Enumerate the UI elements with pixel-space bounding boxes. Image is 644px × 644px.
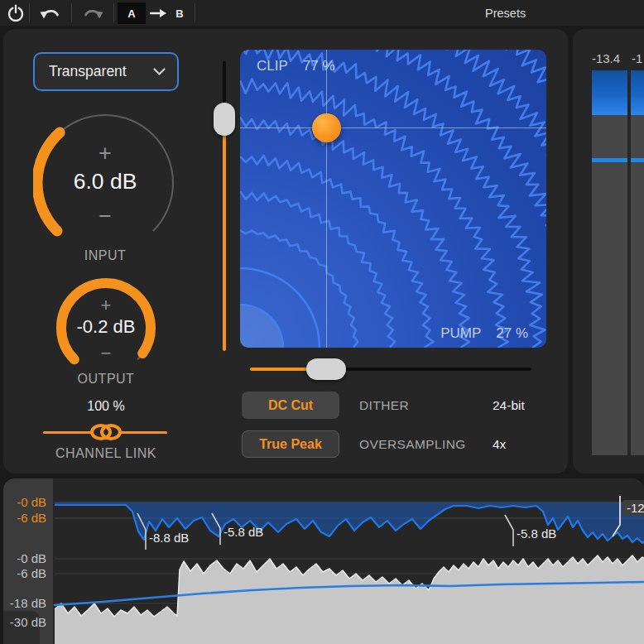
power-button[interactable] <box>3 0 28 26</box>
meter-value-right: -1 <box>629 51 644 65</box>
power-icon <box>6 3 26 23</box>
out-scale-18: -18 dB <box>3 596 46 611</box>
gr-annotation: -5.8 dB <box>223 525 263 539</box>
waveform-display <box>3 478 644 644</box>
toolbar-divider <box>195 3 195 22</box>
out-scale-0: -0 dB <box>3 551 46 566</box>
input-knob-label: INPUT <box>33 248 177 263</box>
meter-bar-right-fill <box>631 70 644 115</box>
true-peak-button[interactable]: True Peak <box>242 430 339 458</box>
input-decrement[interactable]: − <box>33 204 177 229</box>
gr-annotation: -5.8 dB <box>517 526 556 541</box>
dc-cut-label: DC Cut <box>268 398 313 413</box>
input-knob-value: 6.0 dB <box>33 169 177 195</box>
dc-cut-button[interactable]: DC Cut <box>242 392 339 419</box>
crosshair-vertical <box>326 50 327 348</box>
crosshair-horizontal <box>240 127 546 128</box>
clip-pump-xy-pad[interactable]: CLIP 77 % PUMP 27 % <box>240 50 546 348</box>
chevron-down-icon <box>153 68 166 75</box>
meter-bar-left-fill <box>592 70 627 115</box>
presets-label: Presets <box>485 7 526 20</box>
output-knob[interactable]: + -0.2 dB − <box>55 276 157 379</box>
meter-bar-left <box>592 70 627 455</box>
dither-value[interactable]: 24-bit <box>493 398 525 413</box>
gr-annotation: -8.8 dB <box>149 531 189 545</box>
toolbar-divider <box>29 3 30 22</box>
gr-scale-6: -6 dB <box>3 511 46 526</box>
undo-button[interactable] <box>38 0 63 26</box>
toolbar: A B Presets <box>0 0 644 26</box>
out-scale-6: -6 dB <box>3 566 46 581</box>
pump-label: PUMP <box>440 325 481 342</box>
clip-readout: CLIP 77 % <box>257 58 335 74</box>
history-display: -0 dB -6 dB -0 dB -6 dB -18 dB -30 dB -8… <box>3 478 644 644</box>
clip-value: 77 % <box>303 58 335 74</box>
limiter-plugin-window: A B Presets Transparent + 6.0 <box>0 0 644 644</box>
toolbar-divider <box>71 3 72 22</box>
channel-link-label: CHANNEL LINK <box>33 446 179 461</box>
toolbar-divider <box>113 3 114 22</box>
ab-a-label: A <box>127 7 135 20</box>
redo-arrow-icon <box>82 5 103 22</box>
meter-bar-right <box>631 70 644 455</box>
ab-compare-a-button[interactable]: A <box>118 2 146 24</box>
oversampling-label: OVERSAMPLING <box>359 437 466 452</box>
channel-link-value: 100 % <box>33 399 179 414</box>
meter-value-left: -13.4 <box>584 51 627 65</box>
redo-button[interactable] <box>80 0 105 26</box>
horizontal-slider-fill <box>250 368 310 371</box>
output-knob-value: -0.2 dB <box>55 316 157 338</box>
clip-label: CLIP <box>257 58 288 74</box>
pad-vertical-slider[interactable] <box>213 58 236 354</box>
horizontal-slider-handle[interactable] <box>306 358 346 380</box>
pump-readout: PUMP 27 % <box>440 325 528 342</box>
input-knob[interactable]: + 6.0 dB − <box>33 111 177 255</box>
preset-dropdown-value: Transparent <box>49 63 153 80</box>
vertical-slider-fill <box>223 134 226 351</box>
gr-scale-0: -0 dB <box>3 495 46 510</box>
vertical-slider-handle[interactable] <box>214 103 235 136</box>
presets-button[interactable]: Presets <box>472 0 539 26</box>
output-knob-label: OUTPUT <box>33 372 179 387</box>
pad-horizontal-slider[interactable] <box>247 358 535 381</box>
oversampling-value[interactable]: 4x <box>493 437 506 452</box>
chain-link-icon[interactable] <box>86 420 126 445</box>
dither-label: DITHER <box>359 398 409 413</box>
out-scale-30: -30 dB <box>3 615 46 630</box>
gr-cursor-readout: -12.3 <box>622 500 644 516</box>
ab-copy-button[interactable] <box>147 0 169 26</box>
ab-b-label: B <box>175 7 183 20</box>
pump-value: 27 % <box>496 325 528 342</box>
output-increment[interactable]: + <box>55 295 157 316</box>
output-decrement[interactable]: − <box>55 343 157 364</box>
meter-bar-right-marker <box>631 158 644 162</box>
undo-arrow-icon <box>40 5 61 22</box>
contour-plot <box>240 50 546 348</box>
xy-pad-puck[interactable] <box>312 113 341 142</box>
input-increment[interactable]: + <box>33 141 177 166</box>
true-peak-label: True Peak <box>259 437 322 452</box>
preset-dropdown[interactable]: Transparent <box>33 52 179 91</box>
ab-compare-b-button[interactable]: B <box>171 2 189 24</box>
arrow-right-icon <box>149 8 167 18</box>
meter-bar-left-marker <box>592 158 627 162</box>
